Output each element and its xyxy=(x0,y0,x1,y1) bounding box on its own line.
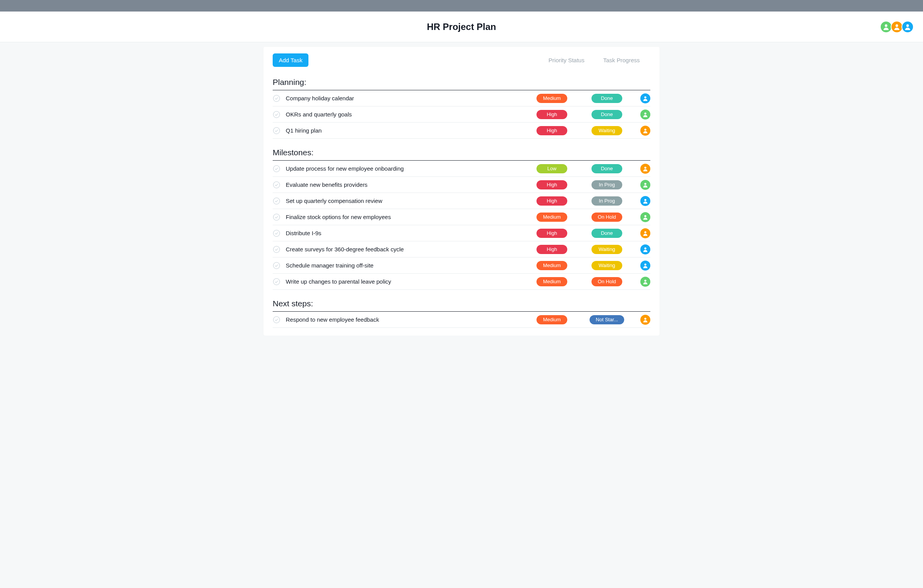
column-header-priority[interactable]: Priority Status xyxy=(540,57,593,63)
priority-pill[interactable]: Medium xyxy=(536,213,567,222)
progress-cell[interactable]: Done xyxy=(579,94,635,103)
progress-pill[interactable]: Waiting xyxy=(591,126,622,135)
priority-cell[interactable]: High xyxy=(525,110,579,119)
check-circle-icon[interactable] xyxy=(273,316,280,324)
progress-pill[interactable]: Done xyxy=(591,110,622,119)
task-row[interactable]: OKRs and quarterly goalsHighDone xyxy=(273,106,650,123)
check-circle-icon[interactable] xyxy=(273,213,280,221)
add-task-button[interactable]: Add Task xyxy=(273,53,308,67)
task-name[interactable]: Set up quarterly compensation review xyxy=(286,198,525,204)
assignee-cell[interactable] xyxy=(635,261,650,271)
task-name[interactable]: Evaluate new benefits providers xyxy=(286,181,525,188)
assignee-cell[interactable] xyxy=(635,196,650,206)
progress-pill[interactable]: In Prog xyxy=(591,196,622,206)
assignee-cell[interactable] xyxy=(635,244,650,254)
progress-cell[interactable]: Not Star... xyxy=(579,315,635,324)
task-name[interactable]: Write up changes to parental leave polic… xyxy=(286,278,525,285)
priority-pill[interactable]: High xyxy=(536,126,567,135)
priority-pill[interactable]: Medium xyxy=(536,277,567,286)
progress-cell[interactable]: In Prog xyxy=(579,196,635,206)
task-name[interactable]: Q1 hiring plan xyxy=(286,127,525,134)
task-row[interactable]: Respond to new employee feedbackMediumNo… xyxy=(273,312,650,328)
task-row[interactable]: Distribute I-9sHighDone xyxy=(273,225,650,241)
priority-pill[interactable]: High xyxy=(536,245,567,254)
task-name[interactable]: Update process for new employee onboardi… xyxy=(286,165,525,172)
task-row[interactable]: Finalize stock options for new employees… xyxy=(273,209,650,225)
avatar[interactable] xyxy=(640,315,650,325)
progress-cell[interactable]: Waiting xyxy=(579,126,635,135)
assignee-cell[interactable] xyxy=(635,126,650,136)
section-title[interactable]: Next steps: xyxy=(273,290,650,312)
avatar[interactable] xyxy=(640,228,650,238)
check-circle-icon[interactable] xyxy=(273,95,280,102)
priority-pill[interactable]: Medium xyxy=(536,261,567,270)
priority-cell[interactable]: High xyxy=(525,126,579,135)
progress-cell[interactable]: On Hold xyxy=(579,277,635,286)
task-name[interactable]: OKRs and quarterly goals xyxy=(286,111,525,118)
avatar[interactable] xyxy=(640,277,650,287)
avatar[interactable] xyxy=(640,110,650,120)
task-row[interactable]: Evaluate new benefits providersHighIn Pr… xyxy=(273,177,650,193)
progress-cell[interactable]: Waiting xyxy=(579,245,635,254)
section-title[interactable]: Milestones: xyxy=(273,139,650,161)
avatar[interactable] xyxy=(901,21,914,33)
task-row[interactable]: Set up quarterly compensation reviewHigh… xyxy=(273,193,650,209)
assignee-cell[interactable] xyxy=(635,315,650,325)
priority-cell[interactable]: High xyxy=(525,245,579,254)
priority-cell[interactable]: Medium xyxy=(525,261,579,270)
avatar[interactable] xyxy=(640,126,650,136)
progress-pill[interactable]: Not Star... xyxy=(590,315,624,324)
avatar[interactable] xyxy=(640,196,650,206)
avatar[interactable] xyxy=(640,180,650,190)
avatar[interactable] xyxy=(640,212,650,222)
priority-pill[interactable]: High xyxy=(536,196,567,206)
priority-cell[interactable]: Medium xyxy=(525,213,579,222)
priority-pill[interactable]: High xyxy=(536,180,567,189)
progress-cell[interactable]: In Prog xyxy=(579,180,635,189)
progress-cell[interactable]: Done xyxy=(579,229,635,238)
check-circle-icon[interactable] xyxy=(273,197,280,205)
priority-cell[interactable]: High xyxy=(525,180,579,189)
priority-pill[interactable]: High xyxy=(536,110,567,119)
check-circle-icon[interactable] xyxy=(273,246,280,253)
progress-pill[interactable]: Done xyxy=(591,229,622,238)
avatar[interactable] xyxy=(640,164,650,174)
priority-pill[interactable]: Medium xyxy=(536,315,567,324)
assignee-cell[interactable] xyxy=(635,228,650,238)
progress-pill[interactable]: Done xyxy=(591,164,622,173)
progress-cell[interactable]: On Hold xyxy=(579,213,635,222)
check-circle-icon[interactable] xyxy=(273,111,280,118)
check-circle-icon[interactable] xyxy=(273,181,280,189)
avatar[interactable] xyxy=(640,93,650,103)
task-row[interactable]: Schedule manager training off-siteMedium… xyxy=(273,257,650,274)
progress-pill[interactable]: Waiting xyxy=(591,261,622,270)
assignee-cell[interactable] xyxy=(635,93,650,103)
task-name[interactable]: Create surveys for 360-degree feedback c… xyxy=(286,246,525,252)
priority-cell[interactable]: Medium xyxy=(525,277,579,286)
task-row[interactable]: Write up changes to parental leave polic… xyxy=(273,274,650,290)
assignee-cell[interactable] xyxy=(635,110,650,120)
priority-pill[interactable]: High xyxy=(536,229,567,238)
check-circle-icon[interactable] xyxy=(273,127,280,135)
progress-cell[interactable]: Done xyxy=(579,110,635,119)
progress-pill[interactable]: In Prog xyxy=(591,180,622,189)
progress-pill[interactable]: On Hold xyxy=(591,213,622,222)
progress-cell[interactable]: Done xyxy=(579,164,635,173)
avatar[interactable] xyxy=(640,244,650,254)
task-row[interactable]: Update process for new employee onboardi… xyxy=(273,161,650,177)
progress-cell[interactable]: Waiting xyxy=(579,261,635,270)
assignee-cell[interactable] xyxy=(635,277,650,287)
priority-cell[interactable]: Medium xyxy=(525,94,579,103)
priority-cell[interactable]: High xyxy=(525,229,579,238)
assignee-cell[interactable] xyxy=(635,180,650,190)
section-title[interactable]: Planning: xyxy=(273,68,650,90)
check-circle-icon[interactable] xyxy=(273,229,280,237)
task-name[interactable]: Respond to new employee feedback xyxy=(286,316,525,323)
progress-pill[interactable]: On Hold xyxy=(591,277,622,286)
check-circle-icon[interactable] xyxy=(273,165,280,173)
column-header-progress[interactable]: Task Progress xyxy=(593,57,650,63)
progress-pill[interactable]: Done xyxy=(591,94,622,103)
avatar[interactable] xyxy=(640,261,650,271)
task-row[interactable]: Create surveys for 360-degree feedback c… xyxy=(273,241,650,257)
task-name[interactable]: Distribute I-9s xyxy=(286,230,525,236)
